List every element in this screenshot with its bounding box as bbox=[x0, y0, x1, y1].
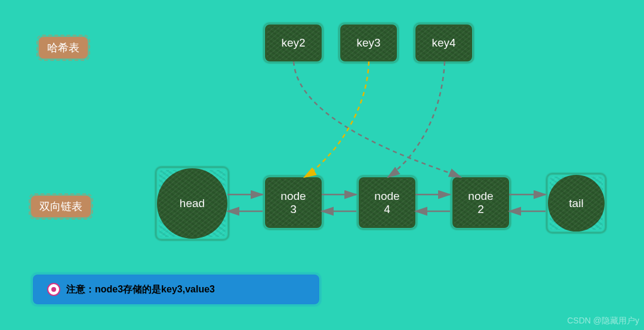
note-box: 注意：node3存储的是key3,value3 bbox=[33, 275, 319, 304]
note-text: 注意：node3存储的是key3,value3 bbox=[66, 283, 215, 296]
node4-box: node4 bbox=[359, 177, 415, 228]
tail-text: tail bbox=[569, 197, 583, 210]
node4-l1: node bbox=[374, 190, 399, 203]
label-hash-table: 哈希表 bbox=[39, 37, 88, 58]
label-linked-list: 双向链表 bbox=[31, 196, 91, 217]
node4-l2: 4 bbox=[384, 203, 390, 216]
head-text: head bbox=[180, 197, 205, 210]
node2-l2: 2 bbox=[477, 203, 484, 216]
node2-box: node2 bbox=[452, 177, 509, 228]
key3-text: key3 bbox=[356, 36, 380, 50]
node3-l2: 3 bbox=[290, 203, 297, 216]
key2-text: key2 bbox=[281, 36, 305, 50]
key2-box: key2 bbox=[265, 24, 322, 61]
node3-box: node3 bbox=[265, 177, 322, 228]
target-icon bbox=[47, 283, 60, 296]
key3-box: key3 bbox=[340, 24, 397, 61]
tail-node: tail bbox=[548, 175, 605, 232]
node3-l1: node bbox=[281, 190, 306, 203]
node2-l1: node bbox=[468, 190, 493, 203]
head-node: head bbox=[157, 168, 227, 239]
key4-text: key4 bbox=[432, 36, 455, 50]
key4-box: key4 bbox=[415, 24, 472, 61]
watermark: CSDN @隐藏用户y bbox=[567, 316, 639, 326]
